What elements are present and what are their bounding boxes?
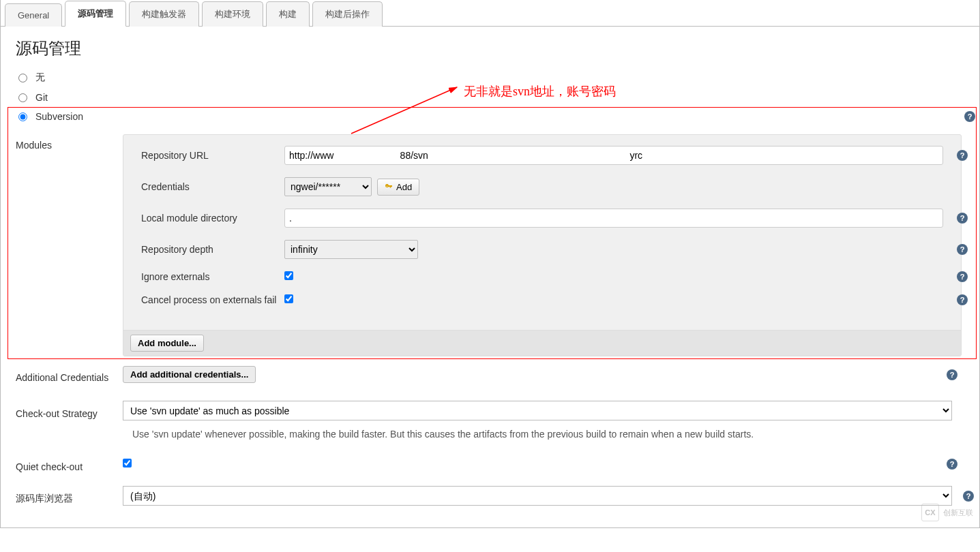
module-box: Repository URL ? Credentials ngwei/*****… [123,134,962,356]
radio-none-label: 无 [35,72,45,84]
modules-label: Modules [16,134,123,356]
add-credentials-button[interactable]: Add [377,179,419,196]
ignore-externals-label: Ignore externals [141,271,284,282]
repo-browser-select[interactable]: (自动) [123,486,952,506]
help-icon[interactable]: ? [957,271,968,282]
tab-build[interactable]: 构建 [266,1,310,27]
repo-url-input[interactable] [284,146,943,165]
help-icon[interactable]: ? [957,294,968,305]
repo-url-label: Repository URL [141,150,284,161]
add-credentials-label: Add [396,182,412,192]
help-icon[interactable]: ? [957,150,968,161]
credentials-select[interactable]: ngwei/****** [284,177,372,196]
config-tabs: General 源码管理 构建触发器 构建环境 构建 构建后操作 [1,0,979,27]
help-icon[interactable]: ? [964,111,975,122]
cancel-on-fail-label: Cancel process on externals fail [141,294,284,305]
tab-env[interactable]: 构建环境 [202,1,263,27]
tab-scm[interactable]: 源码管理 [65,1,126,27]
help-icon[interactable]: ? [947,369,957,380]
checkout-strategy-select[interactable]: Use 'svn update' as much as possible [123,401,952,420]
watermark-text: 创新互联 [943,508,973,518]
local-dir-label: Local module directory [141,213,284,224]
checkout-strategy-hint: Use 'svn update' whenever possible, maki… [123,429,962,440]
help-icon[interactable]: ? [957,213,968,224]
watermark-logo-icon: CX [921,504,939,521]
credentials-label: Credentials [141,181,284,192]
repo-depth-label: Repository depth [141,244,284,255]
radio-subversion[interactable] [18,112,27,121]
add-additional-credentials-button[interactable]: Add additional credentials... [123,366,256,383]
radio-none[interactable] [18,74,27,82]
radio-git[interactable] [18,93,27,102]
annotation-text: 无非就是svn地址，账号密码 [464,83,616,99]
radio-subversion-label: Subversion [35,111,83,122]
help-icon[interactable]: ? [963,491,974,502]
checkout-strategy-label: Check-out Strategy [16,403,123,419]
ignore-externals-checkbox[interactable] [284,271,293,280]
repo-depth-select[interactable]: infinity [284,240,418,259]
additional-credentials-label: Additional Credentials [16,367,123,383]
tab-triggers[interactable]: 构建触发器 [129,1,199,27]
help-icon[interactable]: ? [947,459,957,470]
local-dir-input[interactable] [284,209,943,228]
radio-git-label: Git [35,92,48,103]
section-title: 源码管理 [1,27,979,67]
tab-post[interactable]: 构建后操作 [312,1,383,27]
add-module-button[interactable]: Add module... [130,335,204,352]
help-icon[interactable]: ? [957,244,968,255]
quiet-checkout-label: Quiet check-out [16,456,123,472]
key-icon [385,183,393,191]
quiet-checkout-checkbox[interactable] [123,459,132,467]
repo-browser-label: 源码库浏览器 [16,487,123,505]
cancel-on-fail-checkbox[interactable] [284,294,293,303]
watermark: CX 创新互联 [921,504,973,521]
tab-general[interactable]: General [5,3,62,27]
